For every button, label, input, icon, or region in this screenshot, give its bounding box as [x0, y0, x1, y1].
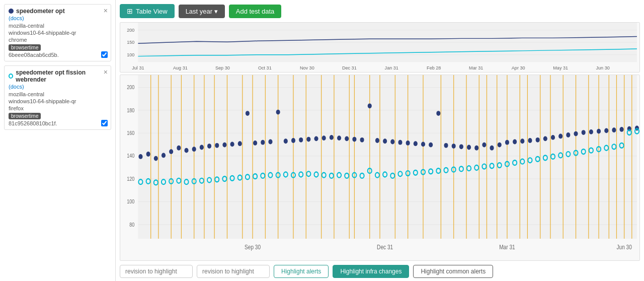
svg-point-106 [368, 103, 372, 108]
svg-point-81 [177, 146, 181, 151]
series-2-os: windows10-64-shippable-qr [9, 98, 107, 104]
svg-point-130 [551, 135, 555, 140]
svg-point-120 [474, 146, 478, 151]
series-2-link[interactable]: (docs) [9, 84, 24, 90]
svg-point-114 [429, 143, 433, 148]
svg-point-109 [390, 139, 394, 145]
svg-point-79 [162, 153, 166, 158]
bottom-controls: Highlight alerts Highlight infra changes… [120, 261, 640, 281]
series-1-browser: chrome [9, 37, 107, 43]
svg-point-132 [566, 132, 570, 137]
svg-text:120: 120 [127, 176, 135, 182]
series-2-hash: 81c952680810bc1f. [9, 120, 107, 126]
series-card-1: speedometer opt (docs) mozilla-central w… [4, 4, 111, 61]
svg-text:Sep 30: Sep 30 [215, 65, 230, 71]
svg-text:140: 140 [127, 153, 135, 159]
svg-text:Jun 30: Jun 30 [596, 65, 609, 71]
series-2-close[interactable]: × [104, 68, 108, 76]
series-2-title: speedometer opt fission webrender [9, 69, 107, 83]
svg-point-82 [184, 148, 188, 153]
svg-point-89 [238, 141, 242, 146]
svg-text:Dec 31: Dec 31 [377, 244, 393, 250]
svg-point-111 [406, 140, 410, 146]
right-panel: ⊞ Table View Last year ▾ Add test data 2… [116, 0, 644, 281]
svg-point-85 [207, 144, 211, 149]
svg-point-101 [330, 135, 334, 140]
series-1-os: windows10-64-shippable-qr [9, 30, 107, 36]
svg-text:Sep 30: Sep 30 [245, 244, 261, 250]
svg-point-99 [314, 136, 318, 141]
top-chart: 200 150 100 Jul 31 Aug 31 Sep 30 Oct 31 … [120, 22, 640, 73]
svg-point-78 [154, 156, 158, 161]
svg-text:150: 150 [127, 40, 134, 45]
svg-point-104 [352, 137, 356, 142]
svg-text:200: 200 [127, 84, 135, 90]
svg-point-115 [436, 111, 440, 116]
svg-text:May 31: May 31 [553, 65, 568, 71]
svg-point-137 [604, 128, 608, 133]
highlight-common-alerts-label: Highlight common alerts [421, 268, 486, 275]
series-card-2: speedometer opt fission webrender (docs)… [4, 65, 111, 130]
top-chart-svg: 200 150 100 Jul 31 Aug 31 Sep 30 Oct 31 … [120, 23, 639, 72]
svg-point-135 [589, 129, 593, 134]
svg-point-139 [620, 127, 624, 132]
svg-point-103 [345, 136, 349, 141]
series-1-checkbox[interactable] [101, 51, 108, 58]
svg-point-95 [284, 138, 288, 144]
series-1-badge: browsertime [9, 44, 41, 51]
series-1-title: speedometer opt [9, 8, 107, 15]
add-test-data-button[interactable]: Add test data [229, 5, 282, 18]
revision-highlight-input-1[interactable] [120, 265, 193, 278]
charts-area: 200 150 100 Jul 31 Aug 31 Sep 30 Oct 31 … [120, 22, 640, 261]
last-year-button[interactable]: Last year ▾ [179, 5, 225, 18]
svg-point-84 [200, 145, 204, 150]
svg-text:Dec 31: Dec 31 [342, 65, 357, 71]
svg-point-118 [459, 144, 463, 149]
highlight-infra-label: Highlight infra changes [340, 268, 401, 275]
svg-text:Oct 31: Oct 31 [258, 65, 272, 71]
series-1-close[interactable]: × [104, 7, 108, 15]
svg-point-107 [375, 138, 379, 143]
table-view-button[interactable]: ⊞ Table View [120, 4, 175, 18]
svg-text:100: 100 [127, 198, 135, 204]
series-2-checkbox[interactable] [101, 120, 108, 126]
highlight-common-alerts-button[interactable]: Highlight common alerts [413, 265, 493, 278]
svg-point-136 [597, 129, 601, 134]
svg-point-102 [337, 135, 341, 140]
svg-point-91 [253, 140, 257, 146]
svg-text:180: 180 [127, 107, 135, 113]
svg-point-127 [528, 138, 532, 143]
svg-point-98 [306, 137, 310, 142]
svg-point-131 [558, 134, 562, 139]
series-2-browser: firefox [9, 105, 107, 111]
highlight-alerts-button[interactable]: Highlight alerts [274, 265, 329, 278]
table-icon: ⊞ [127, 7, 133, 15]
svg-point-121 [482, 143, 486, 148]
svg-point-128 [536, 137, 540, 143]
svg-point-124 [505, 140, 509, 145]
series-1-hash: 6beee08acab6cd5b. [9, 52, 107, 58]
svg-point-112 [414, 141, 418, 146]
toolbar: ⊞ Table View Last year ▾ Add test data [120, 4, 640, 18]
svg-point-125 [513, 139, 517, 145]
svg-text:Mar 31: Mar 31 [499, 244, 515, 250]
svg-point-86 [215, 143, 219, 148]
left-panel: speedometer opt (docs) mozilla-central w… [0, 0, 116, 281]
add-test-data-label: Add test data [236, 8, 275, 15]
series-1-name: speedometer opt [16, 8, 65, 15]
svg-point-80 [169, 149, 173, 154]
svg-point-108 [383, 138, 387, 144]
svg-point-90 [246, 111, 250, 116]
svg-text:100: 100 [127, 52, 134, 57]
highlight-infra-button[interactable]: Highlight infra changes [333, 265, 409, 278]
series-1-link[interactable]: (docs) [9, 15, 24, 21]
svg-text:200: 200 [127, 28, 134, 33]
revision-highlight-input-2[interactable] [197, 265, 270, 278]
svg-point-123 [498, 143, 502, 148]
svg-point-105 [360, 137, 364, 143]
svg-point-87 [222, 143, 226, 148]
svg-text:Jun 30: Jun 30 [616, 244, 631, 250]
series-2-name: speedometer opt fission webrender [16, 69, 107, 83]
highlight-alerts-label: Highlight alerts [281, 268, 321, 275]
svg-point-77 [146, 152, 150, 157]
